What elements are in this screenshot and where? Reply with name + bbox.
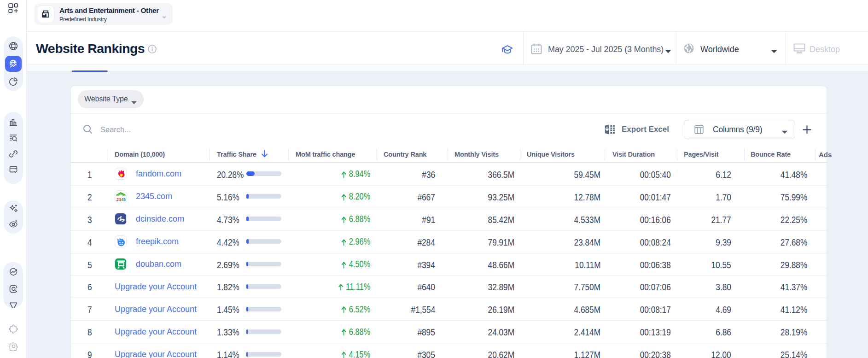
svg-text:2345: 2345: [117, 197, 126, 202]
